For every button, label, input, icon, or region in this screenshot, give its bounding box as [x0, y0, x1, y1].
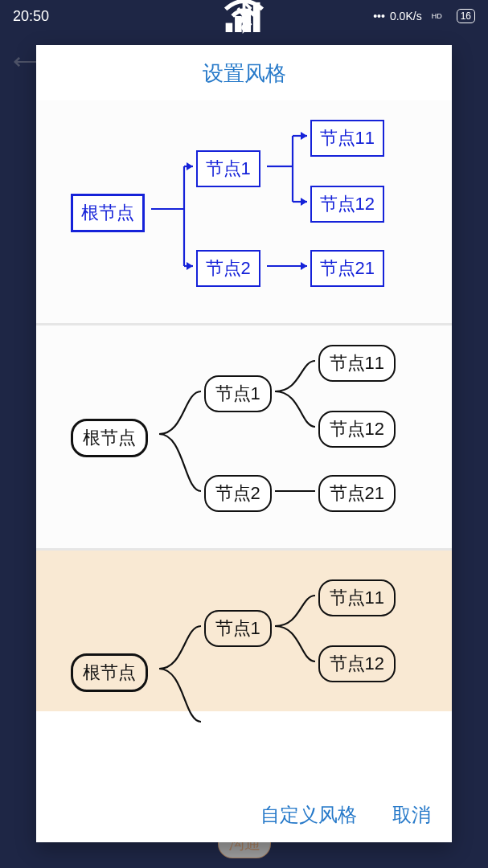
dialog-footer: 自定义风格 取消: [36, 788, 452, 842]
svg-marker-11: [187, 262, 193, 270]
svg-rect-2: [244, 9, 252, 32]
preview-node: 节点11: [318, 579, 396, 616]
style-dialog: 设置风格: [36, 45, 452, 842]
style-option-2[interactable]: 根节点 节点1 节点2 节点11 节点12 节点21: [36, 326, 452, 551]
status-indicators: ••• 0.0K/s HD 16: [373, 9, 475, 23]
preview-node: 节点12: [318, 645, 396, 682]
style-options-list[interactable]: 根节点 节点1 节点2 节点11 节点12 节点21 根节点 节点1: [36, 100, 452, 788]
svg-marker-15: [301, 132, 307, 140]
preview-node: 节点21: [310, 250, 384, 287]
hd-indicator: HD: [432, 12, 442, 20]
svg-rect-0: [226, 23, 233, 32]
preview-root-node: 根节点: [71, 194, 145, 232]
svg-point-4: [241, 25, 247, 31]
svg-rect-3: [253, 2, 260, 32]
battery-indicator: 16: [457, 9, 475, 23]
preview-node: 节点2: [196, 250, 260, 287]
net-speed: 0.0K/s: [390, 10, 422, 23]
style-option-1[interactable]: 根节点 节点1 节点2 节点11 节点12 节点21: [36, 100, 452, 326]
cancel-button[interactable]: 取消: [392, 802, 431, 828]
svg-marker-20: [301, 262, 307, 270]
preview-node: 节点11: [318, 345, 396, 382]
status-bar: 20:50 ••• 0.0K/s HD 16: [0, 0, 488, 32]
preview-root-node: 根节点: [71, 419, 148, 457]
status-time: 20:50: [13, 8, 49, 25]
preview-root-node: 根节点: [71, 653, 148, 692]
svg-rect-1: [235, 16, 242, 32]
custom-style-button[interactable]: 自定义风格: [260, 802, 357, 828]
preview-node: 节点1: [204, 375, 272, 412]
preview-node: 节点12: [310, 186, 384, 223]
dialog-title: 设置风格: [36, 45, 452, 100]
preview-node: 节点12: [318, 411, 396, 448]
style-option-3[interactable]: 根节点 节点1 节点11 节点12: [36, 551, 452, 711]
svg-marker-8: [187, 162, 193, 170]
svg-marker-18: [301, 198, 307, 206]
preview-node: 节点21: [318, 475, 396, 512]
ellipsis-icon: •••: [373, 10, 385, 23]
preview-node: 节点1: [196, 150, 260, 187]
preview-node: 节点1: [204, 610, 272, 647]
preview-node: 节点2: [204, 475, 272, 512]
preview-node: 节点11: [310, 120, 384, 157]
